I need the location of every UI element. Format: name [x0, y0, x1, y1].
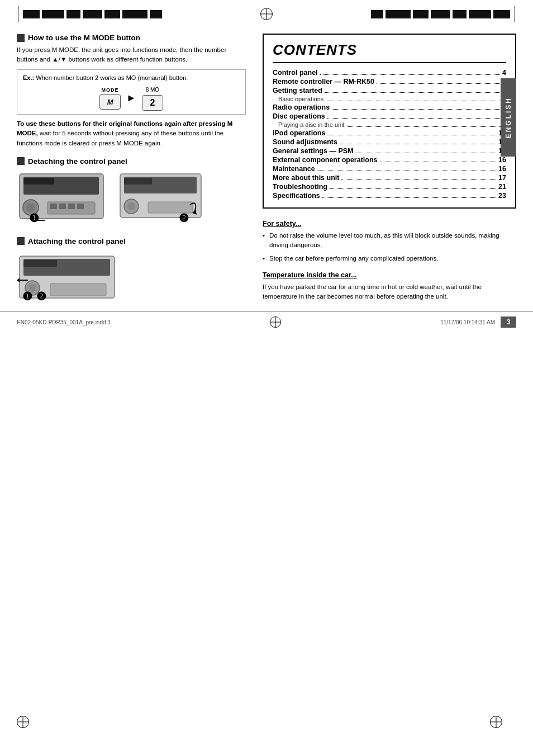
mode-label: MODE [102, 87, 119, 94]
toc-page: 4 [502, 69, 506, 77]
step2-badge: ❷ [179, 211, 189, 225]
toc-item-disc: Disc operations 8 [273, 112, 506, 120]
safety-item-1: Do not raise the volume level too much, … [263, 231, 516, 251]
device-img-2: ❷ [117, 171, 204, 226]
bottom-left-reg [17, 716, 29, 728]
device-svg-2 [117, 171, 204, 224]
strip-1 [23, 10, 40, 18]
toc-page: 16 [498, 156, 506, 164]
toc-list: Control panel 4 Remote controller — RM-R… [273, 69, 506, 200]
contents-title: CONTENTS [273, 41, 506, 63]
attach-step2: ❷ [36, 290, 46, 303]
m-mode-section-header: How to use the M MODE button [17, 34, 246, 42]
toc-label: iPod operations [273, 129, 325, 137]
toc-label: Troubleshooting [273, 183, 327, 191]
toc-item-maintenance: Maintenance 16 [273, 165, 506, 173]
strip-r6 [469, 10, 491, 18]
strip-2 [42, 10, 64, 18]
attaching-image-wrapper: ❶ ❷ [17, 253, 120, 305]
left-border-line [18, 6, 18, 22]
safety-item-2: Stop the car before performing any compl… [263, 254, 516, 263]
arrow-icon: ► [126, 91, 136, 106]
toc-item-control-panel: Control panel 4 [273, 69, 506, 77]
example-label: Ex.: [23, 74, 34, 81]
detaching-images: ❶ ❷ [17, 171, 246, 226]
m-mode-body2-text: wait for 5 seconds without pressing any … [17, 130, 223, 146]
m-mode-body1: If you press M MODE, the unit goes into … [17, 45, 246, 65]
bottom-center-reg [270, 316, 281, 328]
svg-rect-7 [59, 204, 66, 209]
toc-item-ipod: iPod operations 11 [273, 129, 506, 137]
m-button: M [99, 94, 121, 110]
strip-6 [122, 10, 147, 18]
toc-label: Radio operations [273, 103, 330, 111]
toc-label: Specifications [273, 192, 320, 200]
temperature-body: If you have parked the car for a long ti… [263, 282, 516, 302]
toc-label: General settings — PSM [273, 147, 353, 155]
svg-rect-20 [23, 260, 57, 267]
m-mode-body2: To use these buttons for their original … [17, 119, 246, 148]
page-number-box: 3 [501, 316, 516, 328]
strip-r7 [493, 10, 510, 18]
strip-r5 [453, 10, 467, 18]
strip-r1 [371, 10, 383, 18]
attaching-section-header: Attaching the control panel [17, 237, 246, 245]
svg-rect-8 [68, 204, 75, 209]
toc-page: 16 [498, 165, 506, 173]
toc-label: Remote controller — RM-RK50 [273, 78, 374, 86]
mode-diagram: MODE M ► 8 MO 2 [23, 86, 240, 111]
toc-item-external: External component operations 16 [273, 156, 506, 164]
toc-page: 17 [498, 174, 506, 182]
safety-section: For safety... Do not raise the volume le… [263, 220, 516, 263]
toc-item-radio: Radio operations 7 [273, 103, 506, 111]
strip-7 [150, 10, 162, 18]
toc-label: External component operations [273, 156, 378, 164]
center-registration-mark [260, 8, 273, 20]
strip-r4 [431, 10, 450, 18]
contents-box: CONTENTS Control panel 4 Remote controll… [263, 34, 516, 209]
svg-point-15 [127, 202, 135, 210]
toc-item-general: General settings — PSM 14 [273, 147, 506, 155]
num-button-group: 8 MO 2 [142, 86, 163, 111]
svg-marker-25 [17, 278, 20, 282]
strip-r2 [386, 10, 411, 18]
svg-rect-23 [50, 284, 106, 296]
toc-item-remote: Remote controller — RM-RK50 5 [273, 78, 506, 86]
bottom-bar: EN02-05KD-PDR35_001A_pre.indd 3 11/17/06… [0, 311, 533, 332]
section-icon-2 [17, 157, 25, 165]
toc-label: Getting started [273, 87, 322, 94]
english-sidebar-tab: ENGLISH [501, 78, 516, 157]
toc-item-troubleshooting: Troubleshooting 21 [273, 183, 506, 191]
date-info: 11/17/06 10:14:31 AM [440, 319, 495, 325]
toc-label: Maintenance [273, 165, 315, 173]
detaching-section-header: Detaching the control panel [17, 157, 246, 166]
example-box: Ex.: When number button 2 works as MO (m… [17, 69, 246, 115]
svg-rect-6 [50, 204, 57, 209]
toc-label: Control panel [273, 69, 318, 77]
temperature-title: Temperature inside the car... [263, 271, 516, 279]
strip-r3 [413, 10, 429, 18]
right-column: CONTENTS Control panel 4 Remote controll… [257, 34, 516, 306]
step1-badge: ❶ [29, 211, 39, 225]
bottom-right-reg [490, 716, 502, 728]
temperature-section: Temperature inside the car... If you hav… [263, 271, 516, 302]
detaching-title: Detaching the control panel [28, 157, 127, 166]
mode-button-group: MODE M [99, 87, 121, 110]
toc-label: Sound adjustments [273, 138, 337, 146]
toc-page: 23 [498, 192, 506, 200]
toc-label: Playing a disc in the unit [278, 121, 345, 128]
attaching-title: Attaching the control panel [28, 237, 126, 245]
right-border-line [515, 6, 515, 22]
toc-label: Disc operations [273, 112, 325, 120]
strip-4 [83, 10, 102, 18]
svg-point-4 [26, 203, 35, 212]
toc-item-specs: Specifications 23 [273, 192, 506, 200]
section-icon-3 [17, 237, 25, 245]
svg-rect-2 [23, 178, 54, 185]
english-label: ENGLISH [505, 97, 512, 138]
toc-item-sound: Sound adjustments 13 [273, 138, 506, 146]
safety-title: For safety... [263, 220, 516, 228]
strip-5 [104, 10, 120, 18]
device-img-1: ❶ [17, 171, 106, 226]
main-content: How to use the M MODE button If you pres… [0, 28, 533, 311]
